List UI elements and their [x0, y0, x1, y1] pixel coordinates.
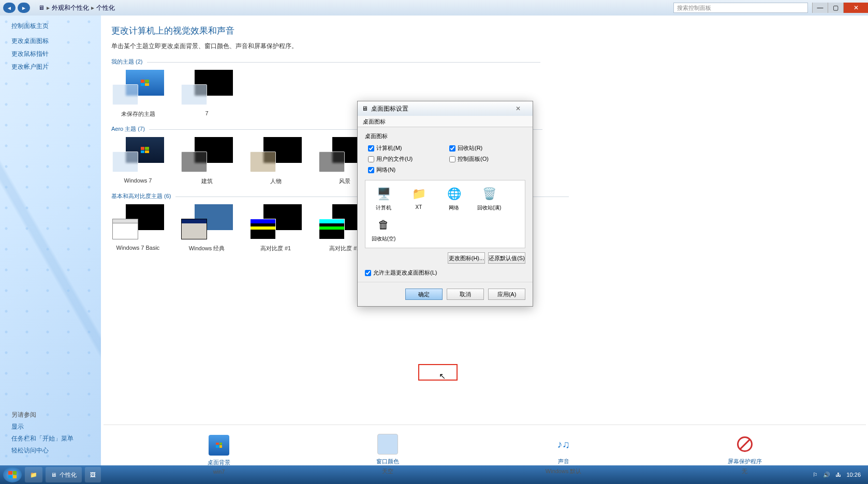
see-also-display[interactable]: 显示 — [11, 422, 73, 431]
theme-unsaved[interactable]: 未保存的主题 — [111, 70, 165, 118]
nav-buttons: ◄ ► — [0, 3, 33, 13]
sidebar-see-also: 另请参阅 显示 任务栏和「开始」菜单 轻松访问中心 — [11, 411, 73, 458]
restore-default-button[interactable]: 还原默认值(S) — [488, 252, 525, 264]
bb-sub: Windows 默认 — [546, 467, 582, 475]
page-subtitle: 单击某个主题立即更改桌面背景、窗口颜色、声音和屏幕保护程序。 — [111, 42, 858, 51]
theme-label: 高对比度 #1 — [249, 245, 302, 252]
theme-label: 人物 — [249, 177, 302, 185]
theme-label: 7 — [180, 110, 233, 116]
back-button[interactable]: ◄ — [3, 3, 16, 13]
bottom-bar: 桌面背景 win7 窗口颜色 天空 ♪♫ 声音 Windows 默认 屏幕保护程… — [104, 425, 866, 484]
section-my-themes: 我的主题 (2) — [111, 58, 858, 67]
dialog-close-button[interactable]: ✕ — [508, 105, 528, 112]
start-button[interactable] — [3, 467, 22, 482]
window-titlebar: ◄ ► 🖥 ▸ 外观和个性化 ▸ 个性化 搜索控制面板 — ▢ ✕ — [0, 0, 868, 16]
icon-buttons-row: 更改图标(H)... 还原默认值(S) — [365, 252, 525, 264]
theme-label: Windows 经典 — [180, 245, 233, 252]
icon-recycle-empty[interactable]: 🗑回收站(空) — [371, 217, 396, 243]
icon-computer[interactable]: 🖥️计算机 — [371, 186, 396, 211]
search-input[interactable]: 搜索控制面板 — [673, 3, 808, 13]
breadcrumb-item[interactable]: 外观和个性化 — [52, 4, 89, 12]
theme-7[interactable]: 7 — [180, 70, 233, 118]
dialog-icon: 🖥 — [362, 105, 368, 112]
chk-computer[interactable]: 计算机(M) — [368, 144, 444, 152]
breadcrumb-icon: 🖥 — [38, 4, 45, 11]
bb-title: 声音 — [546, 458, 582, 465]
chk-recycle[interactable]: 回收站(R) — [449, 144, 525, 152]
cancel-button[interactable]: 取消 — [447, 289, 484, 300]
taskbar-item-app[interactable]: 🖼 — [85, 467, 101, 482]
icon-userfolder[interactable]: 📁XT — [406, 186, 432, 211]
sidebar-link-account-picture[interactable]: 更改帐户图片 — [11, 63, 101, 71]
see-also-title: 另请参阅 — [11, 411, 73, 419]
theme-label: Windows 7 — [111, 177, 165, 184]
ok-button[interactable]: 确定 — [405, 289, 443, 300]
sidebar-title[interactable]: 控制面板主页 — [11, 22, 101, 31]
sidebar: 控制面板主页 更改桌面图标 更改鼠标指针 更改帐户图片 另请参阅 显示 任务栏和… — [0, 16, 101, 465]
icon-preview-grid[interactable]: 🖥️计算机 📁XT 🌐网络 🗑️回收站(满) 🗑回收站(空) — [365, 180, 525, 248]
theme-label: 建筑 — [180, 177, 233, 185]
theme-characters[interactable]: 人物 — [249, 137, 302, 185]
theme-windows7[interactable]: Windows 7 — [111, 137, 165, 185]
dialog-footer: 确定 取消 应用(A) — [358, 282, 533, 306]
chk-network[interactable]: 网络(N) — [368, 166, 444, 174]
wallpaper-icon — [209, 435, 229, 456]
bb-sub: 无 — [728, 467, 762, 475]
change-icon-button[interactable]: 更改图标(H)... — [448, 252, 485, 264]
apply-button[interactable]: 应用(A) — [488, 289, 525, 300]
icon-recycle-full[interactable]: 🗑️回收站(满) — [476, 186, 502, 211]
theme-hc1[interactable]: 高对比度 #1 — [249, 204, 302, 252]
desktop-icon-settings-dialog: 🖥 桌面图标设置 ✕ 桌面图标 桌面图标 计算机(M) 回收站(R) 用户的文件… — [357, 101, 533, 307]
bb-desktop-background[interactable]: 桌面背景 win7 — [208, 435, 230, 475]
page-title: 更改计算机上的视觉效果和声音 — [111, 25, 858, 37]
bb-sounds[interactable]: ♪♫ 声音 Windows 默认 — [546, 434, 582, 475]
theme-architecture[interactable]: 建筑 — [180, 137, 233, 185]
bb-title: 窗口颜色 — [376, 458, 399, 465]
bb-sub: 天空 — [376, 467, 399, 475]
theme-classic[interactable]: Windows 经典 — [180, 204, 233, 252]
theme-label: 未保存的主题 — [111, 110, 165, 118]
bb-title: 屏幕保护程序 — [728, 458, 762, 465]
window-icon: 🖥 — [51, 472, 56, 478]
bb-title: 桌面背景 — [208, 459, 230, 466]
dialog-title: 桌面图标设置 — [371, 104, 408, 113]
icon-network[interactable]: 🌐网络 — [441, 186, 467, 211]
checkbox-grid: 计算机(M) 回收站(R) 用户的文件(U) 控制面板(O) 网络(N) — [365, 144, 525, 174]
group-label: 桌面图标 — [365, 132, 525, 140]
dialog-body: 桌面图标 计算机(M) 回收站(R) 用户的文件(U) 控制面板(O) 网络(N… — [358, 127, 533, 282]
dialog-tab[interactable]: 桌面图标 — [358, 116, 533, 127]
cursor-icon: ↖ — [439, 371, 446, 381]
bb-screensaver[interactable]: 屏幕保护程序 无 — [728, 434, 762, 475]
forward-button[interactable]: ► — [18, 3, 30, 13]
theme-label: Windows 7 Basic — [111, 245, 165, 251]
sidebar-link-desktop-icons[interactable]: 更改桌面图标 — [11, 37, 101, 46]
bb-window-color[interactable]: 窗口颜色 天空 — [376, 434, 399, 475]
window-controls: — ▢ ✕ — [812, 3, 868, 13]
screensaver-icon — [734, 434, 755, 455]
chk-controlpanel[interactable]: 控制面板(O) — [449, 155, 525, 163]
chk-userfiles[interactable]: 用户的文件(U) — [368, 155, 444, 163]
see-also-taskbar[interactable]: 任务栏和「开始」菜单 — [11, 434, 73, 443]
breadcrumb[interactable]: 🖥 ▸ 外观和个性化 ▸ 个性化 — [38, 4, 673, 12]
chk-allow-themes[interactable]: 允许主题更改桌面图标(L) — [365, 269, 525, 277]
search-placeholder: 搜索控制面板 — [677, 4, 711, 12]
maximize-button[interactable]: ▢ — [828, 3, 843, 13]
close-button[interactable]: ✕ — [843, 3, 868, 13]
minimize-button[interactable]: — — [812, 3, 828, 13]
sound-icon: ♪♫ — [553, 434, 574, 455]
taskbar-item-personalization[interactable]: 🖥 个性化 — [46, 467, 82, 482]
sidebar-link-mouse-pointer[interactable]: 更改鼠标指针 — [11, 50, 101, 58]
see-also-ease[interactable]: 轻松访问中心 — [11, 446, 73, 455]
bb-sub: win7 — [208, 468, 230, 475]
theme-win7-basic[interactable]: Windows 7 Basic — [111, 204, 165, 252]
color-icon — [377, 434, 398, 455]
breadcrumb-item[interactable]: 个性化 — [96, 4, 115, 12]
dialog-titlebar[interactable]: 🖥 桌面图标设置 ✕ — [358, 101, 533, 116]
taskbar-label: 个性化 — [60, 471, 77, 479]
taskbar-item-explorer[interactable]: 📁 — [25, 467, 42, 482]
